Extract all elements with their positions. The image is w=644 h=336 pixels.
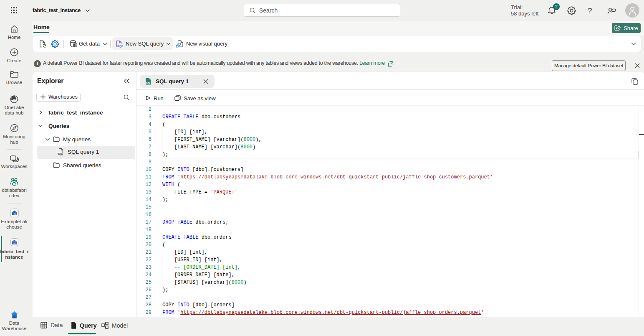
svg-text:SQL: SQL [146, 82, 151, 84]
svg-text:SQL: SQL [58, 153, 63, 155]
svg-text:SQL: SQL [117, 44, 124, 48]
